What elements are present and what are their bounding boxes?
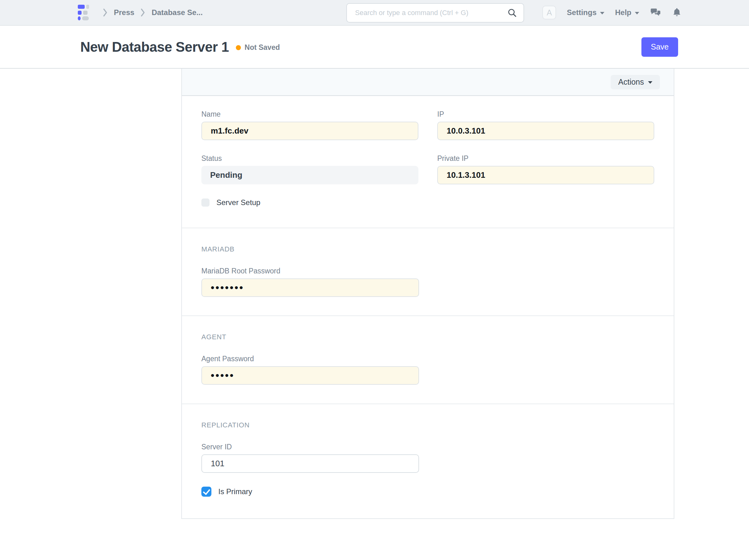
search-icon[interactable] — [507, 8, 517, 18]
status-label: Status — [201, 154, 419, 163]
field-status: Status Pending — [201, 154, 419, 185]
field-agent-password: Agent Password — [201, 354, 419, 385]
private-ip-label: Private IP — [437, 154, 654, 163]
field-ip: IP — [437, 110, 654, 140]
section-agent: AGENT Agent Password — [182, 316, 674, 404]
field-name: Name — [201, 110, 419, 140]
agent-section-title: AGENT — [201, 333, 654, 341]
logo-block — [78, 10, 82, 15]
actions-button[interactable]: Actions — [611, 75, 660, 89]
field-server-id: Server ID — [201, 443, 419, 473]
chevron-right-icon — [103, 8, 108, 17]
mariadb-section-title: MARIADB — [201, 245, 654, 253]
logo-block — [82, 16, 89, 20]
name-input[interactable] — [201, 122, 419, 140]
navbar-right: A Settings Help — [542, 6, 682, 19]
settings-label: Settings — [567, 8, 597, 17]
page-title: New Database Server 1 — [80, 39, 229, 55]
logo-block — [78, 5, 85, 9]
mariadb-root-password-input[interactable] — [201, 278, 419, 297]
settings-menu[interactable]: Settings — [567, 8, 604, 17]
mariadb-root-password-label: MariaDB Root Password — [201, 266, 419, 275]
logo-block — [78, 16, 81, 20]
ip-input[interactable] — [437, 122, 654, 140]
actions-label: Actions — [618, 78, 644, 87]
logo-block — [83, 10, 87, 15]
help-label: Help — [615, 8, 632, 17]
server-id-label: Server ID — [201, 443, 419, 451]
form-toolbar: Actions — [182, 69, 674, 96]
chevron-down-icon — [600, 12, 604, 15]
breadcrumb: Press Database Se... — [103, 8, 202, 17]
chevron-down-icon — [648, 81, 652, 84]
page-header: New Database Server 1 Not Saved Save — [0, 26, 749, 69]
logo-block — [86, 5, 89, 9]
not-saved-indicator-text: Not Saved — [245, 43, 280, 52]
avatar-letter: A — [547, 8, 552, 17]
breadcrumb-item-database-servers[interactable]: Database Se... — [151, 8, 202, 17]
search-input[interactable] — [355, 8, 507, 17]
main-content: Actions Name IP Status — [0, 69, 749, 519]
not-saved-indicator-dot — [236, 45, 241, 50]
name-label: Name — [201, 110, 419, 119]
breadcrumb-item-press[interactable]: Press — [114, 8, 134, 17]
global-search — [346, 3, 524, 23]
field-private-ip: Private IP — [437, 154, 654, 185]
is-primary-label: Is Primary — [218, 487, 252, 496]
field-server-setup: Server Setup — [201, 198, 654, 207]
agent-password-input[interactable] — [201, 366, 419, 385]
status-value: Pending — [201, 166, 419, 185]
avatar[interactable]: A — [542, 6, 556, 19]
navbar: Press Database Se... A Settings Help — [0, 0, 749, 26]
field-mariadb-root-password: MariaDB Root Password — [201, 266, 419, 297]
app-logo-icon[interactable] — [78, 5, 89, 20]
bell-icon[interactable] — [672, 7, 682, 18]
page: Press Database Se... A Settings Help — [0, 0, 749, 560]
form-card: Actions Name IP Status — [181, 69, 675, 519]
section-main: Name IP Status Pending Private IP — [182, 96, 674, 228]
section-replication: REPLICATION Server ID Is Primary — [182, 404, 674, 518]
replication-section-title: REPLICATION — [201, 421, 654, 429]
section-mariadb: MARIADB MariaDB Root Password — [182, 228, 674, 316]
is-primary-checkbox[interactable] — [201, 487, 211, 497]
field-is-primary: Is Primary — [201, 487, 654, 497]
server-setup-label: Server Setup — [216, 198, 260, 207]
server-id-input[interactable] — [201, 454, 419, 473]
chat-icon[interactable] — [650, 7, 661, 18]
check-icon — [203, 487, 210, 495]
private-ip-input[interactable] — [437, 166, 654, 185]
ip-label: IP — [437, 110, 654, 119]
save-button[interactable]: Save — [641, 37, 678, 57]
agent-password-label: Agent Password — [201, 354, 419, 363]
help-menu[interactable]: Help — [615, 8, 639, 17]
title-wrap: New Database Server 1 Not Saved — [80, 39, 280, 55]
chevron-right-icon — [141, 8, 145, 17]
chevron-down-icon — [635, 12, 639, 15]
server-setup-checkbox[interactable] — [201, 198, 210, 207]
